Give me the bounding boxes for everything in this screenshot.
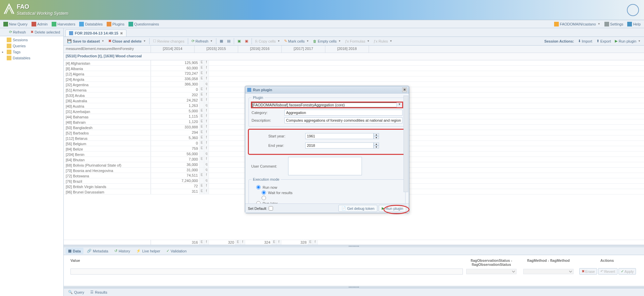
cell-value[interactable]: 1,120 [173, 119, 200, 124]
cell-value[interactable]: 125,905 [173, 60, 200, 65]
col-header[interactable]: [2017] 2017 [282, 46, 325, 53]
harvesters-button[interactable]: Harvesters [50, 21, 77, 27]
datatables-button[interactable]: Datatables [77, 21, 104, 27]
tree-datatables[interactable]: Datatables [1, 55, 63, 61]
plugin-combo[interactable] [252, 102, 396, 108]
formulas-button[interactable]: ƒxFormulas▼ [343, 39, 371, 44]
spinner-down[interactable]: ▼ [374, 136, 379, 139]
cell-value[interactable]: 202 [173, 93, 200, 98]
plugins-button[interactable]: Plugins [105, 21, 126, 27]
sidebar-delete-button[interactable]: ✖Delete selected [29, 29, 62, 35]
settings-button[interactable]: Settings [603, 21, 625, 27]
cell-value[interactable]: 7,000 [173, 157, 200, 162]
description-field[interactable] [284, 117, 402, 123]
spinner-up[interactable]: ▲ [374, 142, 379, 145]
table-row[interactable]: [12] Algeria 720,247 E f [64, 71, 644, 76]
col-header[interactable]: [2014] 2014 [151, 46, 195, 53]
questionnaires-button[interactable]: Questionnaires [127, 21, 161, 27]
cell-value[interactable]: 36,000 [173, 162, 200, 167]
empty-cells-button[interactable]: 🗑Empty cells▼ [311, 39, 342, 44]
session-tab[interactable]: FOR 2020-04-13 14:49:15 ✖ [65, 29, 126, 37]
copy-cells-button[interactable]: ⎘Copy cells▼ [254, 39, 282, 44]
apply-button[interactable]: ✓Apply [619, 268, 636, 275]
new-query-button[interactable]: New Query [2, 21, 29, 27]
rules-button[interactable]: ƒxRules▼ [372, 39, 394, 44]
user-comment-input[interactable] [288, 157, 362, 175]
tab-data[interactable]: ▦Data [65, 248, 84, 254]
close-tab-icon[interactable]: ✖ [120, 32, 123, 35]
flag-method-select[interactable] [523, 269, 574, 274]
close-delete-button[interactable]: ✖Close and delete▼ [107, 38, 148, 44]
flag-obs-select[interactable] [466, 269, 517, 274]
run-plugin-button[interactable]: ▶Run plugin▼ [613, 38, 642, 44]
set-default-checkbox[interactable] [269, 206, 273, 211]
cell-value[interactable]: 31,000 [173, 168, 200, 173]
mark-cells-button[interactable]: ✎Mark cells▼ [282, 38, 311, 44]
cell-value[interactable]: 1,115 [173, 114, 200, 119]
cell-value[interactable]: 294 [173, 130, 200, 135]
tree-tags[interactable]: ▸Tags [1, 49, 63, 55]
tree-queries[interactable]: Queries [1, 43, 63, 49]
col-header[interactable]: [2016] 2016 [238, 46, 282, 53]
tab-livehelper[interactable]: ⚡Live helper [133, 248, 163, 254]
cell-value[interactable]: 333,888 [173, 125, 200, 130]
cell-value[interactable]: 74,511 [173, 173, 200, 178]
cell-value[interactable]: 759 [173, 146, 200, 151]
col-header[interactable]: [2018] 2018 [325, 46, 369, 53]
expand-icon[interactable]: ▸ [2, 50, 5, 54]
cell-value[interactable]: 5,360 [173, 135, 200, 140]
tree-sessions[interactable]: Sessions [1, 37, 63, 43]
cell-value[interactable]: 60,000 [173, 66, 200, 71]
import-button[interactable]: ⬇Import [576, 38, 594, 44]
tab-validation[interactable]: ✓Validation [164, 248, 190, 254]
combo-dropdown-button[interactable]: ▼ [396, 102, 402, 108]
tab-metadata[interactable]: 🔗Metadata [84, 248, 111, 254]
cell-value[interactable]: 56,000 [173, 152, 200, 157]
dialog-close-button[interactable]: ✖ [402, 87, 407, 92]
export-tool-2[interactable]: ▣ [243, 38, 250, 44]
sidebar-refresh-button[interactable]: ⟳Refresh [7, 29, 28, 35]
run-plugin-submit-button[interactable]: ▶Run plugin [379, 205, 406, 212]
end-year-input[interactable] [305, 142, 374, 149]
admin-button[interactable]: Admin [30, 21, 49, 27]
scrollbar[interactable] [404, 96, 408, 192]
cell-value[interactable]: 72 [173, 184, 200, 189]
cell-value[interactable]: 311 [173, 189, 200, 194]
export-tool-1[interactable]: ▣ [236, 38, 243, 44]
wait-results-radio[interactable] [262, 190, 266, 195]
cell-value[interactable]: 336,058 [173, 76, 200, 81]
help-button[interactable]: Help [626, 21, 642, 27]
tab-history[interactable]: ↺History [112, 248, 133, 254]
tab-query[interactable]: 🔍Query [65, 289, 87, 295]
cell-value[interactable]: 386,300 [173, 82, 200, 87]
grid-tool-2[interactable]: ▤ [225, 38, 232, 44]
cell-value[interactable]: 1,263 [173, 103, 200, 108]
spinner-up[interactable]: ▲ [374, 133, 379, 136]
start-year-input[interactable] [305, 133, 374, 139]
refresh-button[interactable]: ⟳Refresh▼ [190, 38, 214, 44]
cell-value[interactable]: 0 [173, 141, 200, 146]
cell-value[interactable]: 720,247 [173, 71, 200, 76]
revert-button[interactable]: ↶Revert [598, 268, 617, 275]
run-now-radio[interactable] [256, 185, 261, 189]
table-row[interactable]: [4] Afghanistan 125,905 E f [64, 60, 644, 66]
table-row[interactable]: [8] Albania 60,000 E f [64, 66, 644, 71]
user-menu[interactable]: FAODOMAIN/castano▼ [552, 21, 602, 27]
cell-value[interactable]: 5,000 [173, 109, 200, 114]
cell-value[interactable]: 7,240,000 [173, 178, 200, 183]
tab-results[interactable]: ☰Results [88, 289, 110, 295]
run-later-radio[interactable] [256, 201, 261, 203]
review-changes-button[interactable]: ☐Review changes [151, 38, 186, 44]
grid-tool-1[interactable]: ▦ [218, 38, 225, 44]
sub-radio-2[interactable] [262, 196, 266, 200]
spinner-down[interactable]: ▼ [374, 145, 379, 149]
cell-value[interactable]: 0 [173, 87, 200, 92]
col-header[interactable]: [2015] 2015 [195, 46, 238, 53]
value-input[interactable] [70, 269, 463, 275]
get-debug-token-button[interactable]: 📄Get debug token [338, 205, 377, 212]
export-button[interactable]: ⬆Export [595, 38, 613, 44]
erase-button[interactable]: ✖Erase [579, 268, 597, 275]
save-dataset-button[interactable]: 💾Save to dataset▼ [65, 38, 106, 44]
cell-value[interactable]: 24,262 [173, 98, 200, 103]
category-field[interactable] [284, 110, 402, 116]
